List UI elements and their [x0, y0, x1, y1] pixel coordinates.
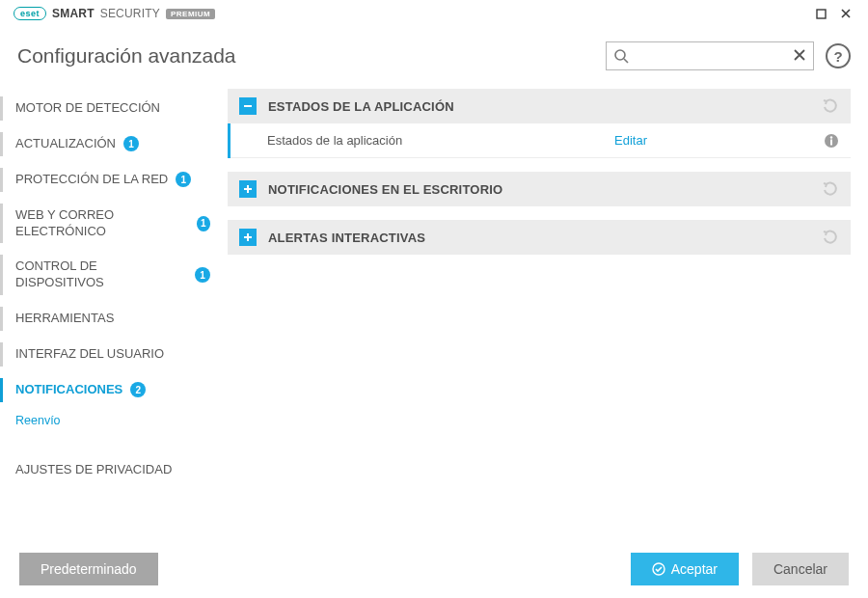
sidebar-item-label: CONTROL DE DISPOSITIVOS — [15, 258, 187, 291]
svg-rect-4 — [830, 139, 832, 145]
brand-logo: eset — [14, 7, 46, 20]
sidebar-item-actualizacion[interactable]: ACTUALIZACIÓN1 — [0, 126, 224, 162]
close-icon — [840, 8, 852, 19]
section-header[interactable]: NOTIFICACIONES EN EL ESCRITORIO — [228, 172, 851, 206]
sidebar-item-herramientas[interactable]: HERRAMIENTAS — [0, 301, 224, 337]
sidebar-subitem-reenvio[interactable]: Reenvío — [0, 408, 224, 433]
sidebar-item-motor-deteccion[interactable]: MOTOR DE DETECCIÓN — [0, 91, 224, 126]
section-header[interactable]: ALERTAS INTERACTIVAS — [228, 220, 851, 255]
section-header[interactable]: ESTADOS DE LA APLICACIÓN — [228, 89, 851, 123]
clear-search-button[interactable] — [792, 47, 807, 63]
maximize-icon — [816, 9, 827, 19]
button-label: Aceptar — [671, 561, 718, 577]
sidebar-item-label: INTERFAZ DEL USUARIO — [15, 346, 164, 363]
maximize-button[interactable] — [808, 4, 833, 23]
accept-button[interactable]: Aceptar — [631, 553, 739, 585]
expand-icon — [239, 180, 257, 198]
sidebar-badge: 2 — [130, 382, 146, 397]
sidebar-item-control-dispositivos[interactable]: CONTROL DE DISPOSITIVOS1 — [0, 249, 224, 301]
edit-link[interactable]: Editar — [614, 133, 647, 148]
svg-rect-0 — [817, 10, 826, 18]
section-alertas-interactivas: ALERTAS INTERACTIVAS — [228, 220, 851, 255]
button-label: Predeterminado — [41, 561, 137, 577]
search-input[interactable] — [634, 49, 786, 64]
close-button[interactable] — [833, 4, 858, 23]
page-title: Configuración avanzada — [17, 44, 594, 68]
clear-icon — [792, 47, 807, 63]
sidebar-badge: 1 — [123, 136, 139, 151]
cancel-button[interactable]: Cancelar — [752, 553, 849, 585]
search-box[interactable] — [606, 41, 814, 70]
sidebar-item-proteccion-red[interactable]: PROTECCIÓN DE LA RED1 — [0, 162, 224, 198]
collapse-icon — [239, 97, 257, 115]
section-body: Estados de la aplicación Editar — [228, 123, 851, 158]
sidebar-item-label: NOTIFICACIONES — [15, 382, 122, 398]
sidebar-item-label: HERRAMIENTAS — [15, 311, 114, 327]
brand-name-light: SECURITY — [100, 7, 160, 20]
app-window: eset SMART SECURITY PREMIUM Configuració… — [0, 0, 868, 598]
check-icon — [652, 562, 665, 576]
sidebar-item-label: WEB Y CORREO ELECTRÓNICO — [15, 207, 189, 240]
info-icon[interactable] — [824, 133, 839, 149]
sidebar-item-notificaciones[interactable]: NOTIFICACIONES2 — [0, 372, 224, 408]
svg-point-1 — [615, 50, 625, 60]
section-title: ESTADOS DE LA APLICACIÓN — [268, 99, 810, 114]
expand-icon — [239, 229, 257, 246]
brand-badge: PREMIUM — [166, 9, 215, 19]
sidebar-item-interfaz-usuario[interactable]: INTERFAZ DEL USUARIO — [0, 337, 224, 372]
help-icon: ? — [833, 48, 842, 65]
sidebar-subitem-label: Reenvío — [15, 414, 61, 427]
svg-point-3 — [830, 136, 832, 138]
sidebar-item-ajustes-privacidad[interactable]: AJUSTES DE PRIVACIDAD — [0, 452, 224, 488]
section-notificaciones-escritorio: NOTIFICACIONES EN EL ESCRITORIO — [228, 172, 851, 206]
setting-label: Estados de la aplicación — [267, 133, 614, 148]
sidebar-badge: 1 — [197, 216, 210, 231]
sidebar-item-label: MOTOR DE DETECCIÓN — [15, 100, 160, 117]
undo-icon[interactable] — [822, 180, 839, 198]
sidebar-item-label: ACTUALIZACIÓN — [15, 136, 116, 152]
body: MOTOR DE DETECCIÓN ACTUALIZACIÓN1 PROTEC… — [0, 85, 868, 540]
header: Configuración avanzada ? — [0, 27, 868, 85]
button-label: Cancelar — [773, 561, 827, 577]
brand: eset SMART SECURITY PREMIUM — [14, 7, 215, 20]
brand-name-strong: SMART — [52, 7, 95, 20]
section-title: ALERTAS INTERACTIVAS — [268, 231, 810, 245]
sidebar: MOTOR DE DETECCIÓN ACTUALIZACIÓN1 PROTEC… — [0, 85, 224, 540]
section-title: NOTIFICACIONES EN EL ESCRITORIO — [268, 182, 810, 197]
setting-row: Estados de la aplicación Editar — [231, 123, 851, 158]
titlebar: eset SMART SECURITY PREMIUM — [0, 0, 868, 27]
sidebar-item-label: PROTECCIÓN DE LA RED — [15, 172, 168, 188]
sidebar-badge: 1 — [195, 267, 210, 283]
sidebar-badge: 1 — [176, 172, 191, 187]
section-estados-aplicacion: ESTADOS DE LA APLICACIÓN Estados de la a… — [228, 89, 851, 158]
sidebar-item-label: AJUSTES DE PRIVACIDAD — [15, 462, 172, 478]
help-button[interactable]: ? — [826, 43, 851, 68]
sidebar-item-web-correo[interactable]: WEB Y CORREO ELECTRÓNICO1 — [0, 198, 224, 250]
content: ESTADOS DE LA APLICACIÓN Estados de la a… — [224, 85, 868, 540]
undo-icon[interactable] — [822, 97, 839, 115]
undo-icon[interactable] — [822, 229, 839, 246]
footer: Predeterminado Aceptar Cancelar — [0, 540, 868, 598]
search-icon — [612, 47, 630, 65]
default-button[interactable]: Predeterminado — [19, 553, 158, 585]
